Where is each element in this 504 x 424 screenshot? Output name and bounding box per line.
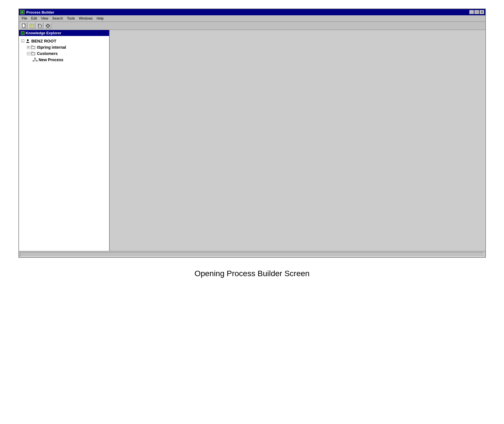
menu-bar: File Edit View Search Tools Windows Help	[19, 15, 485, 22]
panel-title-icon	[21, 31, 25, 35]
tree-root[interactable]: − BENZ ROOT	[21, 38, 107, 44]
panel-title-label: Knowledge Explorer	[26, 31, 61, 35]
app-icon: P	[20, 10, 25, 14]
toolbar-new-button[interactable]	[21, 23, 27, 29]
svg-rect-8	[39, 26, 41, 27]
toolbar-diamond-button[interactable]	[44, 23, 51, 29]
svg-rect-19	[32, 53, 35, 55]
minimize-button[interactable]: _	[469, 10, 474, 14]
menu-tools[interactable]: Tools	[65, 16, 76, 21]
svg-rect-4	[30, 24, 32, 25]
menu-view[interactable]: View	[39, 16, 50, 21]
svg-rect-22	[36, 60, 37, 61]
maximize-button[interactable]: □	[475, 10, 479, 14]
svg-rect-9	[39, 24, 40, 25]
new-process-icon	[33, 57, 38, 62]
root-expand-icon[interactable]: −	[21, 39, 24, 42]
ispring-icon	[31, 45, 36, 50]
tree-item-customers[interactable]: − Customers	[26, 50, 107, 57]
svg-rect-16	[32, 47, 35, 48]
customers-expand-icon[interactable]: −	[27, 52, 30, 55]
toolbar-save-button[interactable]	[37, 23, 43, 29]
customers-icon	[31, 51, 36, 56]
canvas-area[interactable]	[110, 30, 485, 251]
root-icon	[25, 39, 30, 43]
app-window: P Process Builder _ □ ✕ File Edit View S…	[18, 8, 486, 258]
menu-windows[interactable]: Windows	[77, 16, 94, 21]
svg-rect-12	[21, 32, 24, 35]
outer-wrapper: P Process Builder _ □ ✕ File Edit View S…	[0, 0, 504, 284]
svg-line-24	[33, 60, 35, 60]
knowledge-explorer-panel: Knowledge Explorer − BENZ R	[19, 30, 110, 251]
status-panel	[20, 252, 484, 257]
ispring-label: ISpring internal	[37, 45, 66, 50]
toolbar-open-button[interactable]	[29, 23, 35, 29]
toolbar	[19, 22, 485, 30]
svg-rect-20	[34, 58, 36, 59]
ispring-expand-icon[interactable]: +	[27, 46, 30, 49]
new-process-label: New Process	[39, 57, 63, 62]
menu-edit[interactable]: Edit	[29, 16, 39, 21]
main-content: Knowledge Explorer − BENZ R	[19, 30, 485, 251]
svg-marker-11	[46, 24, 50, 27]
svg-rect-21	[33, 60, 34, 61]
window-title: Process Builder	[26, 10, 54, 14]
tree-item-ispring[interactable]: + ISpring internal	[26, 44, 107, 50]
tree-area: − BENZ ROOT +	[19, 36, 109, 251]
menu-search[interactable]: Search	[50, 16, 65, 21]
svg-point-13	[27, 39, 29, 41]
menu-help[interactable]: Help	[95, 16, 105, 21]
tree-item-new-process[interactable]: New Process	[32, 57, 107, 63]
svg-rect-18	[31, 52, 33, 53]
menu-file[interactable]: File	[20, 16, 29, 21]
root-label: BENZ ROOT	[31, 39, 56, 43]
customers-label: Customers	[37, 51, 58, 56]
svg-text:P: P	[22, 11, 23, 14]
title-bar-controls: _ □ ✕	[469, 10, 484, 14]
close-button[interactable]: ✕	[480, 10, 484, 14]
panel-title: Knowledge Explorer	[19, 30, 109, 36]
title-bar-left: P Process Builder	[20, 10, 54, 14]
svg-rect-2	[22, 24, 25, 27]
status-bar	[19, 251, 485, 257]
title-bar: P Process Builder _ □ ✕	[19, 9, 485, 15]
svg-rect-15	[31, 46, 33, 47]
caption-label: Opening Process Builder Screen	[194, 269, 309, 278]
